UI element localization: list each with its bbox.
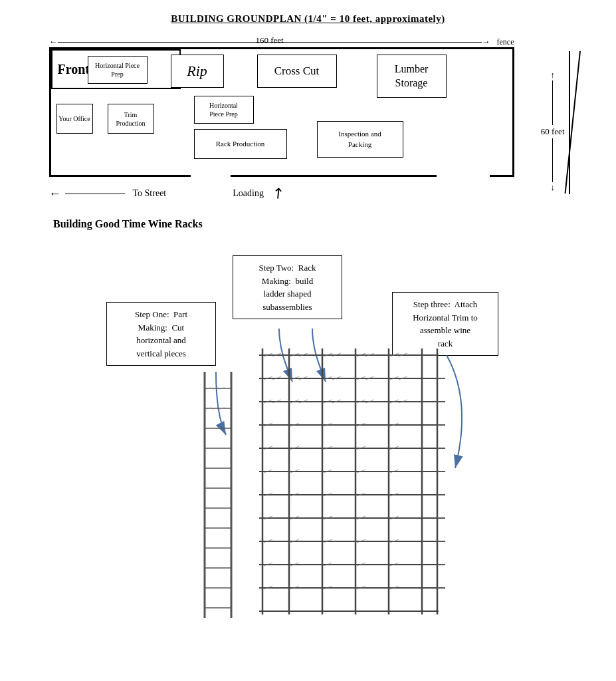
building-opening-2 [437,173,490,177]
assembled-rack [253,345,445,618]
step3-label: Step three: AttachHorizontal Trim toasse… [413,299,478,348]
room-label-inspection: Inspection andPacking [338,129,381,150]
room-label-your-office: Your Office [58,114,90,123]
room-label-lumber: LumberStorage [395,63,429,90]
floorplan-wrapper: ← 160 feet → fence Horizontal Piece Prep… [36,37,581,202]
width-label: 160 feet [255,35,283,46]
step2-label: Step Two: RackMaking: buildladder shaped… [259,263,316,312]
room-label-horiz-prep-1: Horizontal Piece Prep [90,61,146,78]
loading: Loading ↗ [233,185,284,202]
room-inspection-packing: Inspection andPacking [317,121,403,158]
room-label-cross-cut: Cross Cut [274,64,320,78]
to-street: ← To Street [49,187,167,201]
building-outline: Horizontal Piece Prep Rip Cross Cut Lumb… [49,47,514,177]
street-row: ← To Street Loading ↗ [49,185,581,202]
room-rack-production: Rack Production [194,129,287,159]
simple-rack [198,368,241,621]
wine-rack-diagram: Step One: PartMaking: Cuthorizontal andv… [27,242,598,621]
room-horizontal-piece-prep-2: HorizontalPiece Prep [194,96,254,124]
height-dimension: ↑ 60 feet ↓ [538,70,567,193]
room-label-rack-production: Rack Production [216,139,265,148]
page-title: BUILDING GROUNDPLAN (1/4" = 10 feet, app… [27,13,589,25]
room-your-office: Your Office [56,104,93,134]
height-label: 60 feet [541,126,565,137]
loading-label: Loading [233,188,264,199]
building-opening [191,173,231,177]
room-horizontal-piece-prep-1: Horizontal Piece Prep [88,56,148,84]
room-lumber-storage: LumberStorage [377,55,447,98]
section-heading: Building Good Time Wine Racks [53,218,589,230]
room-rip: Rip [171,55,224,88]
assembled-rack-svg [253,345,445,618]
step2-box: Step Two: RackMaking: buildladder shaped… [233,255,342,319]
room-label-horiz-prep-2: HorizontalPiece Prep [209,101,238,118]
step1-label: Step One: PartMaking: Cuthorizontal andv… [135,309,187,358]
fence-label: fence [497,37,514,47]
fence [569,51,581,194]
room-trim-production: TrimProduction [108,104,154,134]
to-street-label: To Street [133,188,167,199]
step1-box: Step One: PartMaking: Cuthorizontal andv… [106,302,216,366]
simple-rack-svg [198,368,241,621]
room-label-trim-production: TrimProduction [116,110,146,128]
room-cross-cut: Cross Cut [257,55,337,88]
room-label-rip: Rip [187,62,207,81]
width-dimension: ← 160 feet → fence [49,37,514,47]
